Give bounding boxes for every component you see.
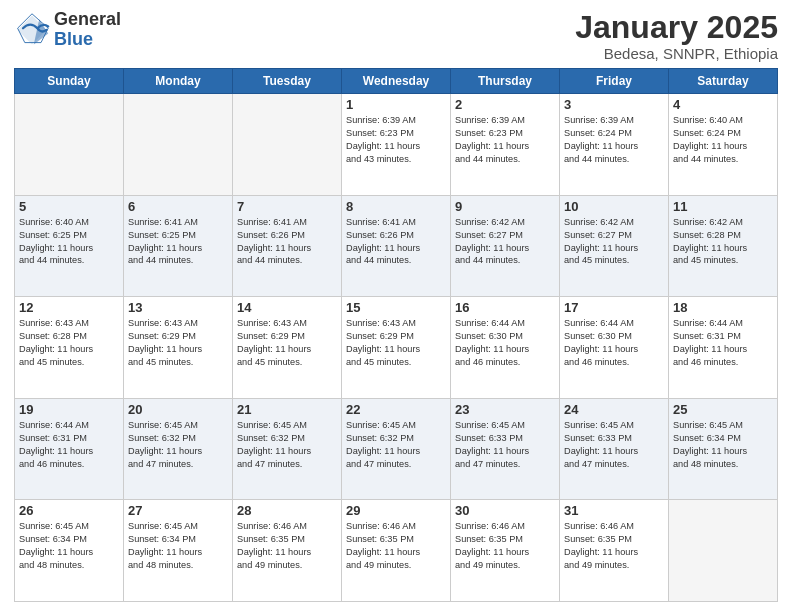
day-info: Sunrise: 6:41 AMSunset: 6:25 PMDaylight:… (128, 216, 228, 268)
table-row: 30Sunrise: 6:46 AMSunset: 6:35 PMDayligh… (451, 500, 560, 602)
day-info: Sunrise: 6:39 AMSunset: 6:24 PMDaylight:… (564, 114, 664, 166)
table-row: 12Sunrise: 6:43 AMSunset: 6:28 PMDayligh… (15, 297, 124, 399)
day-number: 31 (564, 503, 664, 518)
table-row: 20Sunrise: 6:45 AMSunset: 6:32 PMDayligh… (124, 398, 233, 500)
table-row (124, 94, 233, 196)
table-row: 7Sunrise: 6:41 AMSunset: 6:26 PMDaylight… (233, 195, 342, 297)
day-number: 26 (19, 503, 119, 518)
day-number: 23 (455, 402, 555, 417)
day-number: 17 (564, 300, 664, 315)
table-row: 15Sunrise: 6:43 AMSunset: 6:29 PMDayligh… (342, 297, 451, 399)
table-row: 1Sunrise: 6:39 AMSunset: 6:23 PMDaylight… (342, 94, 451, 196)
table-row: 22Sunrise: 6:45 AMSunset: 6:32 PMDayligh… (342, 398, 451, 500)
day-info: Sunrise: 6:45 AMSunset: 6:33 PMDaylight:… (455, 419, 555, 471)
table-row: 21Sunrise: 6:45 AMSunset: 6:32 PMDayligh… (233, 398, 342, 500)
day-number: 16 (455, 300, 555, 315)
day-info: Sunrise: 6:45 AMSunset: 6:32 PMDaylight:… (346, 419, 446, 471)
table-row (233, 94, 342, 196)
day-info: Sunrise: 6:46 AMSunset: 6:35 PMDaylight:… (455, 520, 555, 572)
table-row: 18Sunrise: 6:44 AMSunset: 6:31 PMDayligh… (669, 297, 778, 399)
day-info: Sunrise: 6:41 AMSunset: 6:26 PMDaylight:… (346, 216, 446, 268)
table-row: 26Sunrise: 6:45 AMSunset: 6:34 PMDayligh… (15, 500, 124, 602)
header-wednesday: Wednesday (342, 69, 451, 94)
day-info: Sunrise: 6:39 AMSunset: 6:23 PMDaylight:… (455, 114, 555, 166)
table-row: 10Sunrise: 6:42 AMSunset: 6:27 PMDayligh… (560, 195, 669, 297)
day-info: Sunrise: 6:42 AMSunset: 6:27 PMDaylight:… (455, 216, 555, 268)
day-number: 27 (128, 503, 228, 518)
header-saturday: Saturday (669, 69, 778, 94)
day-number: 7 (237, 199, 337, 214)
table-row: 23Sunrise: 6:45 AMSunset: 6:33 PMDayligh… (451, 398, 560, 500)
table-row: 19Sunrise: 6:44 AMSunset: 6:31 PMDayligh… (15, 398, 124, 500)
day-number: 22 (346, 402, 446, 417)
calendar-table: Sunday Monday Tuesday Wednesday Thursday… (14, 68, 778, 602)
table-row: 27Sunrise: 6:45 AMSunset: 6:34 PMDayligh… (124, 500, 233, 602)
day-info: Sunrise: 6:45 AMSunset: 6:32 PMDaylight:… (128, 419, 228, 471)
day-info: Sunrise: 6:44 AMSunset: 6:30 PMDaylight:… (455, 317, 555, 369)
day-info: Sunrise: 6:43 AMSunset: 6:29 PMDaylight:… (237, 317, 337, 369)
day-number: 19 (19, 402, 119, 417)
day-number: 1 (346, 97, 446, 112)
logo-text: General Blue (54, 10, 121, 50)
calendar-week-row: 5Sunrise: 6:40 AMSunset: 6:25 PMDaylight… (15, 195, 778, 297)
header-friday: Friday (560, 69, 669, 94)
day-info: Sunrise: 6:44 AMSunset: 6:31 PMDaylight:… (673, 317, 773, 369)
day-number: 21 (237, 402, 337, 417)
day-info: Sunrise: 6:43 AMSunset: 6:29 PMDaylight:… (128, 317, 228, 369)
table-row: 2Sunrise: 6:39 AMSunset: 6:23 PMDaylight… (451, 94, 560, 196)
logo-blue-text: Blue (54, 30, 121, 50)
table-row: 29Sunrise: 6:46 AMSunset: 6:35 PMDayligh… (342, 500, 451, 602)
day-number: 15 (346, 300, 446, 315)
logo-general-text: General (54, 10, 121, 30)
day-number: 2 (455, 97, 555, 112)
day-info: Sunrise: 6:45 AMSunset: 6:34 PMDaylight:… (673, 419, 773, 471)
header-sunday: Sunday (15, 69, 124, 94)
day-number: 25 (673, 402, 773, 417)
header: General Blue January 2025 Bedesa, SNNPR,… (14, 10, 778, 62)
day-number: 18 (673, 300, 773, 315)
table-row: 4Sunrise: 6:40 AMSunset: 6:24 PMDaylight… (669, 94, 778, 196)
calendar-week-row: 19Sunrise: 6:44 AMSunset: 6:31 PMDayligh… (15, 398, 778, 500)
table-row: 8Sunrise: 6:41 AMSunset: 6:26 PMDaylight… (342, 195, 451, 297)
day-info: Sunrise: 6:44 AMSunset: 6:31 PMDaylight:… (19, 419, 119, 471)
header-monday: Monday (124, 69, 233, 94)
day-info: Sunrise: 6:46 AMSunset: 6:35 PMDaylight:… (346, 520, 446, 572)
day-number: 5 (19, 199, 119, 214)
calendar-week-row: 12Sunrise: 6:43 AMSunset: 6:28 PMDayligh… (15, 297, 778, 399)
day-number: 30 (455, 503, 555, 518)
table-row: 9Sunrise: 6:42 AMSunset: 6:27 PMDaylight… (451, 195, 560, 297)
day-info: Sunrise: 6:43 AMSunset: 6:29 PMDaylight:… (346, 317, 446, 369)
table-row: 5Sunrise: 6:40 AMSunset: 6:25 PMDaylight… (15, 195, 124, 297)
table-row: 13Sunrise: 6:43 AMSunset: 6:29 PMDayligh… (124, 297, 233, 399)
header-thursday: Thursday (451, 69, 560, 94)
day-info: Sunrise: 6:46 AMSunset: 6:35 PMDaylight:… (564, 520, 664, 572)
table-row: 3Sunrise: 6:39 AMSunset: 6:24 PMDaylight… (560, 94, 669, 196)
table-row: 11Sunrise: 6:42 AMSunset: 6:28 PMDayligh… (669, 195, 778, 297)
day-number: 14 (237, 300, 337, 315)
day-info: Sunrise: 6:40 AMSunset: 6:24 PMDaylight:… (673, 114, 773, 166)
day-info: Sunrise: 6:39 AMSunset: 6:23 PMDaylight:… (346, 114, 446, 166)
day-number: 12 (19, 300, 119, 315)
calendar-week-row: 26Sunrise: 6:45 AMSunset: 6:34 PMDayligh… (15, 500, 778, 602)
day-info: Sunrise: 6:45 AMSunset: 6:34 PMDaylight:… (19, 520, 119, 572)
title-block: January 2025 Bedesa, SNNPR, Ethiopia (575, 10, 778, 62)
month-title: January 2025 (575, 10, 778, 45)
day-info: Sunrise: 6:45 AMSunset: 6:32 PMDaylight:… (237, 419, 337, 471)
table-row: 25Sunrise: 6:45 AMSunset: 6:34 PMDayligh… (669, 398, 778, 500)
day-number: 9 (455, 199, 555, 214)
table-row: 17Sunrise: 6:44 AMSunset: 6:30 PMDayligh… (560, 297, 669, 399)
weekday-header-row: Sunday Monday Tuesday Wednesday Thursday… (15, 69, 778, 94)
table-row: 14Sunrise: 6:43 AMSunset: 6:29 PMDayligh… (233, 297, 342, 399)
day-info: Sunrise: 6:42 AMSunset: 6:28 PMDaylight:… (673, 216, 773, 268)
table-row: 16Sunrise: 6:44 AMSunset: 6:30 PMDayligh… (451, 297, 560, 399)
day-info: Sunrise: 6:45 AMSunset: 6:33 PMDaylight:… (564, 419, 664, 471)
location: Bedesa, SNNPR, Ethiopia (575, 45, 778, 62)
logo: General Blue (14, 10, 121, 50)
day-number: 3 (564, 97, 664, 112)
day-number: 24 (564, 402, 664, 417)
header-tuesday: Tuesday (233, 69, 342, 94)
day-number: 13 (128, 300, 228, 315)
day-info: Sunrise: 6:45 AMSunset: 6:34 PMDaylight:… (128, 520, 228, 572)
day-info: Sunrise: 6:46 AMSunset: 6:35 PMDaylight:… (237, 520, 337, 572)
table-row (669, 500, 778, 602)
